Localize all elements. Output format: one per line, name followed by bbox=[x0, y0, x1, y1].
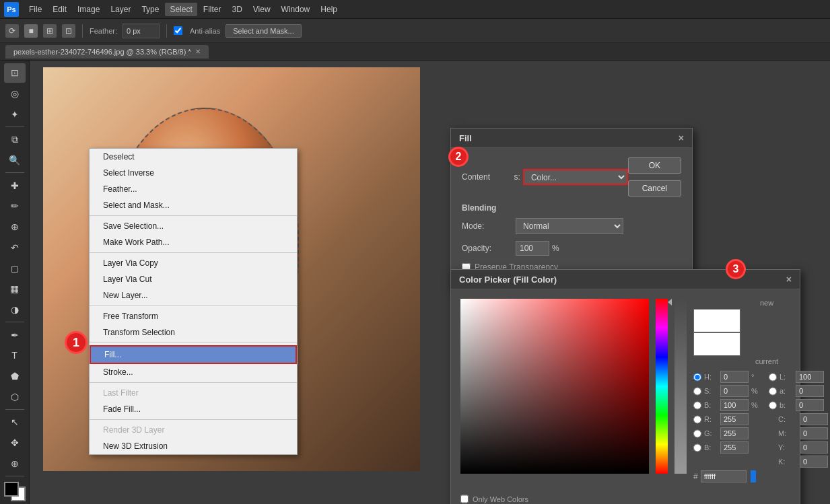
menu-edit[interactable]: Edit bbox=[48, 3, 71, 16]
color-spectrum[interactable] bbox=[460, 299, 649, 474]
cp-b2-radio[interactable] bbox=[693, 443, 701, 452]
cp-h-radio[interactable] bbox=[693, 373, 701, 382]
menu-filter[interactable]: Filter bbox=[199, 3, 226, 16]
ctx-fill[interactable]: Fill... bbox=[90, 345, 297, 364]
cp-l-radio[interactable] bbox=[769, 373, 777, 382]
tool-dodge[interactable]: ◑ bbox=[4, 300, 26, 320]
cp-b-input[interactable] bbox=[720, 399, 749, 411]
contents-label: Content bbox=[462, 172, 514, 182]
cp-m-input[interactable] bbox=[800, 427, 828, 439]
tool-eraser[interactable]: ◻ bbox=[4, 258, 26, 278]
ctx-select-mask[interactable]: Select and Mask... bbox=[90, 197, 297, 213]
fill-cancel-btn[interactable]: Cancel bbox=[628, 180, 681, 196]
tool-magic-wand[interactable]: ✦ bbox=[4, 104, 26, 124]
ctx-new-3d-extrusion[interactable]: New 3D Extrusion bbox=[90, 438, 297, 454]
cp-l-label: L: bbox=[780, 373, 793, 381]
tab-close-btn[interactable]: ✕ bbox=[195, 48, 201, 55]
cp-b2-input[interactable] bbox=[720, 441, 749, 454]
alpha-slider[interactable] bbox=[675, 299, 687, 474]
anti-alias-checkbox[interactable] bbox=[174, 26, 182, 35]
ctx-make-work-path[interactable]: Make Work Path... bbox=[90, 234, 297, 250]
menu-window[interactable]: Window bbox=[277, 3, 315, 16]
cp-r-input[interactable] bbox=[720, 413, 749, 425]
hue-slider[interactable] bbox=[656, 299, 668, 474]
tool-zoom[interactable]: ⊕ bbox=[4, 454, 26, 474]
tool-icon-4[interactable]: ⊡ bbox=[62, 24, 75, 38]
cp-s-row: S: % bbox=[693, 385, 761, 397]
ctx-layer-via-copy[interactable]: Layer Via Copy bbox=[90, 255, 297, 271]
menubar: Ps File Edit Image Layer Type Select Fil… bbox=[0, 0, 830, 19]
ctx-stroke[interactable]: Stroke... bbox=[90, 364, 297, 380]
cp-s-radio[interactable] bbox=[693, 387, 701, 396]
cp-r-radio[interactable] bbox=[693, 415, 701, 424]
fill-dialog-close[interactable]: × bbox=[679, 133, 684, 143]
document-tab[interactable]: pexels-esther-234072-746496.jpg @ 33.3% … bbox=[5, 45, 209, 59]
tool-move[interactable]: ✥ bbox=[4, 433, 26, 453]
contents-select[interactable]: Color... Foreground Color Background Col… bbox=[523, 169, 628, 185]
tool-gradient[interactable]: ▦ bbox=[4, 279, 26, 299]
cp-a-input[interactable] bbox=[796, 385, 824, 397]
menu-select[interactable]: Select bbox=[165, 3, 197, 16]
ctx-free-transform[interactable]: Free Transform bbox=[90, 308, 297, 324]
tool-brush[interactable]: ✏ bbox=[4, 196, 26, 216]
cp-a-row: a: bbox=[769, 385, 830, 397]
fill-contents-row: 2 Content s: Color... Foreground Color B… bbox=[462, 157, 681, 196]
menu-type[interactable]: Type bbox=[137, 3, 164, 16]
tool-lasso[interactable]: ◎ bbox=[4, 84, 26, 104]
color-picker-close[interactable]: × bbox=[786, 274, 792, 285]
cp-b3-input[interactable] bbox=[796, 399, 824, 411]
tool-history[interactable]: ↶ bbox=[4, 238, 26, 258]
ctx-transform-selection[interactable]: Transform Selection bbox=[90, 324, 297, 340]
feather-label: Feather: bbox=[90, 27, 117, 35]
ctx-select-inverse[interactable]: Select Inverse bbox=[90, 165, 297, 181]
cp-hex-input[interactable] bbox=[701, 470, 747, 482]
cp-h-input[interactable] bbox=[720, 371, 749, 383]
tool-healing[interactable]: ✚ bbox=[4, 176, 26, 195]
tool-marquee[interactable]: ⊡ bbox=[4, 63, 26, 83]
fg-color-swatch[interactable] bbox=[4, 482, 19, 497]
opacity-input[interactable] bbox=[516, 241, 549, 256]
feather-input[interactable] bbox=[123, 24, 160, 38]
color-swatches[interactable] bbox=[4, 482, 26, 501]
menu-file[interactable]: File bbox=[24, 3, 46, 16]
menu-help[interactable]: Help bbox=[316, 3, 342, 16]
tool-text[interactable]: T bbox=[4, 346, 26, 365]
cp-b-radio[interactable] bbox=[693, 401, 701, 410]
menu-view[interactable]: View bbox=[248, 3, 275, 16]
tool-pen[interactable]: ✒ bbox=[4, 325, 26, 345]
ctx-fade-fill[interactable]: Fade Fill... bbox=[90, 401, 297, 417]
only-web-colors-cb[interactable] bbox=[460, 495, 469, 503]
tool-clone[interactable]: ⊕ bbox=[4, 217, 26, 237]
menu-layer[interactable]: Layer bbox=[106, 3, 135, 16]
tool-eyedropper[interactable]: 🔍 bbox=[4, 151, 26, 170]
tool-icon-2[interactable]: ■ bbox=[24, 24, 38, 38]
tool-icon-3[interactable]: ⊞ bbox=[43, 24, 57, 38]
select-mask-btn[interactable]: Select and Mask... bbox=[226, 24, 302, 38]
menu-image[interactable]: Image bbox=[73, 3, 104, 16]
ctx-layer-via-cut[interactable]: Layer Via Cut bbox=[90, 271, 297, 287]
cp-b3-radio[interactable] bbox=[769, 401, 777, 410]
cp-g-radio[interactable] bbox=[693, 429, 701, 438]
cp-c-input[interactable] bbox=[800, 413, 828, 425]
ctx-save-selection[interactable]: Save Selection... bbox=[90, 218, 297, 234]
cp-y-input[interactable] bbox=[800, 441, 828, 454]
cp-b-row: B: % bbox=[693, 399, 761, 411]
ctx-new-layer[interactable]: New Layer... bbox=[90, 287, 297, 303]
tool-icon-1[interactable]: ⟳ bbox=[5, 24, 19, 38]
ctx-feather[interactable]: Feather... bbox=[90, 181, 297, 197]
cp-a-radio[interactable] bbox=[769, 387, 777, 396]
tool-path[interactable]: ⬟ bbox=[4, 367, 26, 386]
tool-shape[interactable]: ⬡ bbox=[4, 387, 26, 406]
cp-g-input[interactable] bbox=[720, 427, 749, 439]
tool-select[interactable]: ↖ bbox=[4, 412, 26, 432]
mode-select[interactable]: Normal Multiply Screen bbox=[516, 218, 623, 234]
fill-ok-btn[interactable]: OK bbox=[628, 157, 681, 174]
cp-g-row: G: bbox=[693, 427, 761, 439]
tab-name: pexels-esther-234072-746496.jpg @ 33.3% … bbox=[13, 48, 191, 56]
cp-k-input[interactable] bbox=[800, 456, 828, 468]
cp-l-input[interactable] bbox=[796, 371, 824, 383]
tool-crop[interactable]: ⧉ bbox=[4, 130, 26, 149]
menu-3d[interactable]: 3D bbox=[227, 3, 246, 16]
cp-s-input[interactable] bbox=[720, 385, 749, 397]
ctx-deselect[interactable]: Deselect bbox=[90, 149, 297, 165]
